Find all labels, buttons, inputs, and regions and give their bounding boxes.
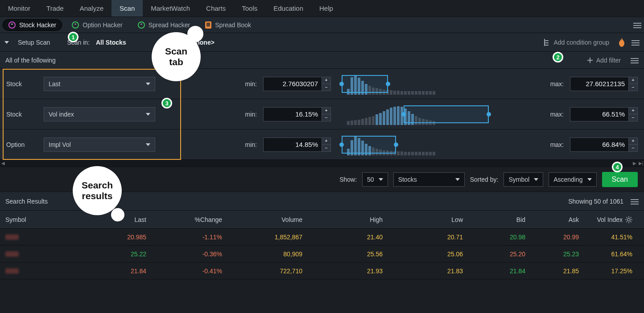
cell-high: 21.93 [308, 263, 388, 279]
cell-bid: 21.84 [468, 263, 531, 279]
filter-field-select[interactable]: Last [44, 77, 155, 91]
step-down-icon[interactable]: − [322, 114, 330, 121]
tree-icon [543, 39, 550, 46]
cell-ask: 20.99 [531, 229, 584, 245]
numeric-value[interactable]: 14.85% [264, 138, 322, 151]
range-box[interactable] [342, 75, 388, 93]
max-label: max: [546, 141, 564, 148]
table-row[interactable]: 25.22-0.36%80,90925.5625.0625.2025.2361.… [0, 246, 644, 263]
col-ask[interactable]: Ask [531, 211, 584, 228]
menu-help[interactable]: Help [311, 0, 341, 17]
range-handle-left[interactable] [339, 82, 344, 86]
numeric-value[interactable]: 16.15% [264, 108, 322, 121]
table-row[interactable]: 20.985-1.11%1,852,86721.4020.7120.9820.9… [0, 229, 644, 246]
range-handle-right[interactable] [487, 112, 491, 117]
menu-scan[interactable]: Scan [111, 0, 143, 17]
show-count-select[interactable]: 50 [362, 172, 388, 187]
range-box[interactable] [342, 136, 396, 154]
col-high[interactable]: High [308, 211, 388, 228]
step-down-icon[interactable]: − [628, 84, 637, 91]
cell-change: -0.41% [152, 263, 227, 279]
menu-charts[interactable]: Charts [198, 0, 234, 17]
sort-dir-value: Ascending [553, 176, 582, 183]
redacted-symbol [5, 251, 19, 257]
step-up-icon[interactable]: + [628, 108, 637, 115]
step-up-icon[interactable]: + [322, 138, 330, 145]
range-handle-right[interactable] [394, 142, 398, 147]
redacted-symbol [5, 234, 19, 240]
step-up-icon[interactable]: + [322, 77, 330, 84]
numeric-value[interactable]: 66.51% [570, 108, 628, 121]
numeric-value[interactable]: 66.84% [570, 138, 628, 151]
step-down-icon[interactable]: − [628, 114, 637, 121]
step-down-icon[interactable]: − [322, 84, 330, 91]
cell-low: 21.83 [388, 263, 468, 279]
add-filter-button[interactable]: Add filter [585, 55, 623, 66]
subtab-stock-hacker[interactable]: Stock Hacker [3, 19, 62, 31]
col-volindex[interactable]: Vol Index [584, 211, 638, 228]
chevron-down-icon[interactable] [4, 41, 9, 44]
min-field[interactable]: 16.15%+− [263, 107, 331, 121]
filter-category: Stock [6, 80, 37, 88]
gear-icon[interactable] [625, 216, 632, 223]
subtab-spread-hacker[interactable]: Spread Hacker [132, 20, 195, 30]
scroll-end-icon[interactable]: ▶| [638, 160, 644, 167]
col-symbol[interactable]: Symbol [0, 211, 85, 228]
subtab-option-hacker[interactable]: Option Hacker [66, 20, 128, 30]
filter-field-select[interactable]: Impl Vol [44, 138, 155, 152]
range-handle-right[interactable] [386, 82, 390, 86]
chevron-down-icon [587, 178, 592, 181]
col-volindex-label: Vol Index [597, 216, 623, 223]
range-handle-left[interactable] [401, 112, 406, 117]
sizzle-icon[interactable] [618, 38, 625, 47]
scroll-left-icon[interactable]: ◀ [0, 160, 6, 167]
menu-analyze[interactable]: Analyze [72, 0, 111, 17]
add-condition-group-button[interactable]: Add condition group [540, 37, 612, 48]
menu-education[interactable]: Education [265, 0, 311, 17]
scroll-right-icon[interactable]: ▶ [632, 160, 638, 167]
filter-field-select[interactable]: Vol index [44, 107, 155, 121]
range-histogram[interactable] [342, 73, 535, 95]
max-field[interactable]: 27.60212135+− [570, 77, 638, 91]
histo-bar [433, 152, 435, 155]
menu-marketwatch[interactable]: MarketWatch [143, 0, 198, 17]
min-field[interactable]: 2.76030207+− [263, 77, 331, 91]
setup-scan-button[interactable]: Setup Scan [18, 39, 50, 46]
show-type-select[interactable]: Stocks [393, 172, 465, 187]
step-up-icon[interactable]: + [628, 77, 637, 84]
range-histogram[interactable] [342, 134, 535, 155]
sort-field-select[interactable]: Symbol [504, 172, 543, 187]
step-down-icon[interactable]: − [322, 145, 330, 151]
menu-monitor[interactable]: Monitor [0, 0, 38, 17]
sort-dir-select[interactable]: Ascending [549, 172, 596, 187]
subtab-spread-book[interactable]: Spread Book [200, 20, 256, 30]
step-down-icon[interactable]: − [628, 145, 637, 151]
menu-icon[interactable] [631, 198, 639, 204]
menu-icon[interactable] [632, 39, 640, 46]
numeric-value[interactable]: 27.60212135 [570, 77, 628, 91]
histo-bar [390, 90, 392, 94]
numeric-value[interactable]: 2.76030207 [264, 77, 322, 91]
range-histogram[interactable] [342, 104, 535, 125]
max-field[interactable]: 66.84%+− [570, 138, 638, 152]
range-box[interactable] [404, 105, 489, 123]
step-up-icon[interactable]: + [322, 108, 330, 115]
table-row[interactable]: 21.84-0.41%722,71021.9321.8321.8421.8517… [0, 263, 644, 280]
col-low[interactable]: Low [388, 211, 468, 228]
step-up-icon[interactable]: + [628, 138, 637, 145]
menu-trade[interactable]: Trade [38, 0, 72, 17]
range-handle-left[interactable] [339, 142, 344, 147]
scanin-value[interactable]: All Stocks [96, 39, 126, 46]
menu-tools[interactable]: Tools [234, 0, 265, 17]
col-bid[interactable]: Bid [468, 211, 531, 228]
callout-search-results: Search results [73, 166, 122, 215]
min-field[interactable]: 14.85%+− [263, 138, 331, 152]
max-field[interactable]: 66.51%+− [570, 107, 638, 121]
menu-icon[interactable] [631, 57, 639, 63]
scan-button[interactable]: Scan [602, 172, 638, 187]
svg-point-0 [627, 218, 630, 221]
histo-bar [418, 152, 421, 155]
col-change[interactable]: %Change [152, 211, 227, 228]
menu-icon[interactable] [633, 22, 641, 28]
col-volume[interactable]: Volume [227, 211, 308, 228]
